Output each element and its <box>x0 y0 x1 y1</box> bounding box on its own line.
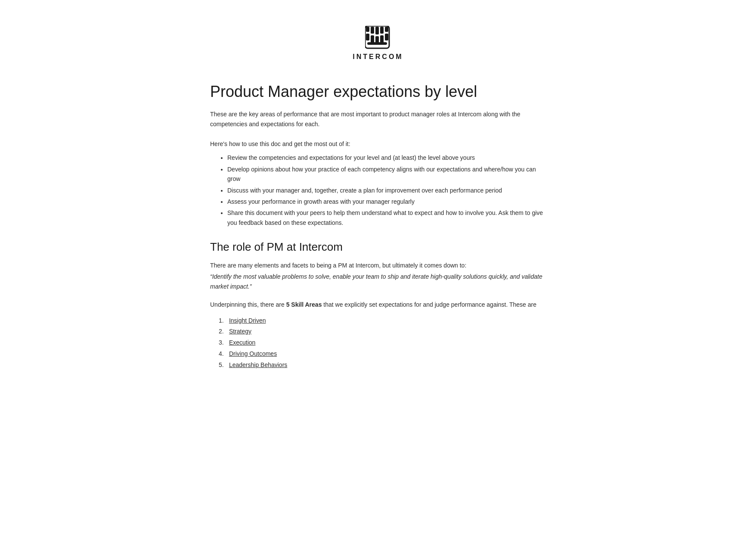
role-quote: “Identify the most valuable problems to … <box>210 272 546 291</box>
list-item: Discuss with your manager and, together,… <box>227 186 546 195</box>
list-item: Develop opinions about how your practice… <box>227 165 546 184</box>
skill-intro: Underpinning this, there are 5 Skill Are… <box>210 300 546 309</box>
svg-rect-3 <box>380 27 384 34</box>
list-item: 5. Leadership Behaviors <box>219 360 546 370</box>
svg-rect-10 <box>367 42 387 45</box>
svg-rect-2 <box>375 27 379 34</box>
intercom-logo-icon <box>365 26 391 50</box>
svg-rect-8 <box>380 35 384 43</box>
list-item: Share this document with your peers to h… <box>227 208 546 227</box>
list-item: 4. Driving Outcomes <box>219 349 546 359</box>
svg-rect-0 <box>366 27 369 32</box>
logo-text: INTERCOM <box>353 53 403 61</box>
svg-rect-6 <box>371 35 374 43</box>
list-number: 1. <box>219 316 227 326</box>
insight-driven-link[interactable]: Insight Driven <box>229 317 266 324</box>
svg-rect-1 <box>371 27 374 34</box>
list-item: Review the competencies and expectations… <box>227 153 546 162</box>
svg-rect-9 <box>385 34 388 40</box>
skill-list: 1. Insight Driven 2. Strategy 3. Executi… <box>210 316 546 370</box>
list-item: 2. Strategy <box>219 327 546 337</box>
logo-section: INTERCOM <box>210 17 546 61</box>
svg-rect-4 <box>385 27 388 32</box>
intro-text: These are the key areas of performance t… <box>210 109 546 129</box>
how-to-label: Here's how to use this doc and get the m… <box>210 139 546 149</box>
page-container: INTERCOM Product Manager expectations by… <box>184 0 572 401</box>
role-text: There are many elements and facets to be… <box>210 261 546 270</box>
leadership-behaviors-link[interactable]: Leadership Behaviors <box>229 361 287 368</box>
page-title: Product Manager expectations by level <box>210 82 546 101</box>
list-item: Assess your performance in growth areas … <box>227 197 546 206</box>
role-section-title: The role of PM at Intercom <box>210 240 546 254</box>
list-item: 1. Insight Driven <box>219 316 546 326</box>
list-number: 3. <box>219 338 227 348</box>
list-item: 3. Execution <box>219 338 546 348</box>
svg-rect-5 <box>366 34 369 40</box>
bullet-list: Review the competencies and expectations… <box>210 153 546 227</box>
list-number: 4. <box>219 349 227 359</box>
list-number: 2. <box>219 327 227 337</box>
strategy-link[interactable]: Strategy <box>229 328 251 335</box>
driving-outcomes-link[interactable]: Driving Outcomes <box>229 350 277 357</box>
list-number: 5. <box>219 360 227 370</box>
execution-link[interactable]: Execution <box>229 339 255 346</box>
